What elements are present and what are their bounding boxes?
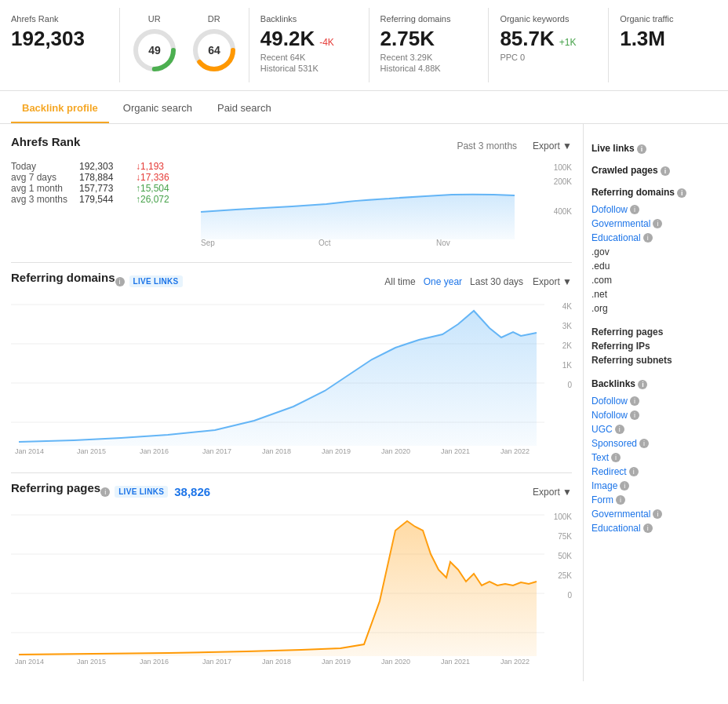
ref-domains-chart-wrapper: 4K 3K 2K 1K 0 [11,297,572,460]
dr-gauge: DR 64 [191,14,238,76]
svg-text:64: 64 [208,44,220,57]
svg-text:Jan 2020: Jan 2020 [381,447,410,455]
dr-gauge-svg: 64 [191,27,238,74]
ref-domains-export[interactable]: Export ▼ [533,276,572,287]
main-layout: Ahrefs Rank Past 3 months Export ▼ Today… [0,124,728,681]
backlinks-label: Backlinks [260,14,358,24]
tab-organic-search[interactable]: Organic search [112,94,203,123]
sidebar-item-dofollow[interactable]: Dofollow i [592,202,720,217]
ahrefs-rank-label: Ahrefs Rank [11,14,108,24]
ur-gauge-svg: 49 [131,27,178,74]
bl-text-info[interactable]: i [611,453,621,462]
tab-backlink-profile[interactable]: Backlink profile [11,94,109,123]
bl-dofollow-info[interactable]: i [630,396,639,406]
svg-text:Jan 2021: Jan 2021 [441,447,470,455]
crawled-pages-info-icon[interactable]: i [661,166,670,176]
svg-text:Jan 2019: Jan 2019 [322,447,351,455]
rank-stats-table: Today 192,303 ↓1,193 avg 7 days 178,884 … [11,161,169,250]
svg-text:Jan 2022: Jan 2022 [500,658,530,666]
sidebar-backlinks-sponsored[interactable]: Sponsored i [592,436,720,450]
svg-text:Jan 2019: Jan 2019 [322,658,351,666]
ref-pages-chart-svg: Jan 2014 Jan 2015 Jan 2016 Jan 2017 Jan … [11,507,560,668]
svg-text:Jan 2017: Jan 2017 [202,447,231,455]
bl-nofollow-info[interactable]: i [630,410,639,420]
sidebar-ref-domains-info-icon[interactable]: i [677,188,686,198]
svg-text:Jan 2021: Jan 2021 [441,658,470,666]
dofollow-info-icon[interactable]: i [630,205,639,214]
ref-pages-chart-header: Referring pages i LIVE LINKS 38,826 Expo… [11,481,572,502]
ahrefs-rank-section: Ahrefs Rank Past 3 months Export ▼ Today… [11,135,572,250]
svg-text:Jan 2016: Jan 2016 [140,447,169,455]
metric-organic-traffic: Organic traffic 1.3M [609,8,728,82]
bl-gov-info[interactable]: i [653,509,662,519]
live-links-info-icon[interactable]: i [637,144,646,154]
ref-pages-title-row: Referring pages i LIVE LINKS 38,826 [11,481,210,502]
educational-info-icon[interactable]: i [643,233,653,243]
referring-pages-section: Referring pages i LIVE LINKS 38,826 Expo… [11,481,572,670]
ur-label: UR [131,14,178,24]
bl-ugc-info[interactable]: i [615,425,624,434]
ref-domains-chart-svg: Jan 2014 Jan 2015 Jan 2016 Jan 2017 Jan … [11,297,560,458]
ref-domains-info-icon[interactable]: i [115,277,125,286]
svg-text:Jan 2016: Jan 2016 [140,658,169,666]
sidebar-referring-ips[interactable]: Referring IPs [592,339,720,353]
ref-pages-y-labels: 100K 75K 50K 25K 0 [554,507,572,605]
metrics-bar: Ahrefs Rank 192,303 UR 49 DR 64 [0,0,728,91]
organic-keywords-label: Organic keywords [500,14,597,24]
filter-last-30-days[interactable]: Last 30 days [470,276,523,287]
backlinks-change: -4K [319,37,334,48]
ref-domains-label: Referring domains [380,14,478,24]
sidebar-referring-pages[interactable]: Referring pages [592,325,720,339]
ahrefs-rank-chart-svg: Sep Oct Nov [185,161,530,247]
sidebar-item-governmental[interactable]: Governmental i [592,217,720,231]
sidebar-backlinks-nofollow[interactable]: Nofollow i [592,408,720,422]
sidebar-crawled-pages-title: Crawled pages i [592,165,720,176]
sidebar-backlinks-ugc[interactable]: UGC i [592,422,720,436]
chart-y-labels: 100K 200K 400K [554,161,572,219]
bl-image-info[interactable]: i [620,481,629,491]
backlinks-value: 49.2K [260,27,315,51]
sidebar-backlinks-governmental[interactable]: Governmental i [592,507,720,521]
ref-pages-info-icon[interactable]: i [100,487,110,497]
bl-form-info[interactable]: i [616,495,625,505]
ref-domains-title-row: Referring domains i LIVE LINKS [11,271,183,292]
ref-domains-filter-row: All time One year Last 30 days Export ▼ [384,276,572,287]
ahrefs-rank-export[interactable]: Export ▼ [533,140,572,151]
sidebar-item-educational[interactable]: Educational i [592,231,720,245]
sidebar-backlinks-dofollow[interactable]: Dofollow i [592,394,720,408]
gauge-container: UR 49 DR 64 [131,14,238,76]
organic-keywords-change: +1K [559,37,577,48]
ref-domains-live-links-badge[interactable]: LIVE LINKS [129,275,183,287]
svg-text:Jan 2014: Jan 2014 [15,658,44,666]
ref-pages-count: 38,826 [174,485,210,498]
ref-pages-chart-wrapper: 100K 75K 50K 25K 0 [11,507,572,670]
bl-redirect-info[interactable]: i [629,467,639,476]
sidebar-backlinks-image[interactable]: Image i [592,479,720,493]
filter-one-year[interactable]: One year [424,276,462,287]
governmental-info-icon[interactable]: i [653,219,662,228]
ur-gauge: UR 49 [131,14,178,76]
sidebar-backlinks-text[interactable]: Text i [592,450,720,465]
ref-domains-sub1: Recent 3.29K [380,53,478,62]
rank-row-3months: avg 3 months 179,544 ↑26,072 [11,194,169,205]
svg-text:Oct: Oct [318,239,331,247]
sidebar-backlinks-redirect[interactable]: Redirect i [592,465,720,479]
tab-paid-search[interactable]: Paid search [206,94,282,123]
svg-text:Sep: Sep [201,239,215,247]
svg-text:Jan 2015: Jan 2015 [77,658,106,666]
filter-all-time[interactable]: All time [384,276,415,287]
svg-text:Jan 2017: Jan 2017 [202,658,231,666]
bl-edu-info[interactable]: i [643,523,653,533]
sidebar-backlinks-form[interactable]: Form i [592,493,720,507]
organic-traffic-label: Organic traffic [620,14,717,24]
sidebar-referring-subnets[interactable]: Referring subnets [592,353,720,367]
ref-pages-live-links-badge[interactable]: LIVE LINKS [115,486,168,498]
svg-text:Jan 2018: Jan 2018 [262,658,291,666]
sidebar-backlinks-info-icon[interactable]: i [638,380,647,389]
ref-pages-export[interactable]: Export ▼ [533,487,572,498]
bl-sponsored-info[interactable]: i [639,439,649,448]
backlinks-sub2: Historical 531K [260,64,358,73]
referring-domains-section: Referring domains i LIVE LINKS All time … [11,271,572,460]
sidebar-backlinks-educational[interactable]: Educational i [592,521,720,535]
sidebar-item-net: .net [592,287,720,301]
